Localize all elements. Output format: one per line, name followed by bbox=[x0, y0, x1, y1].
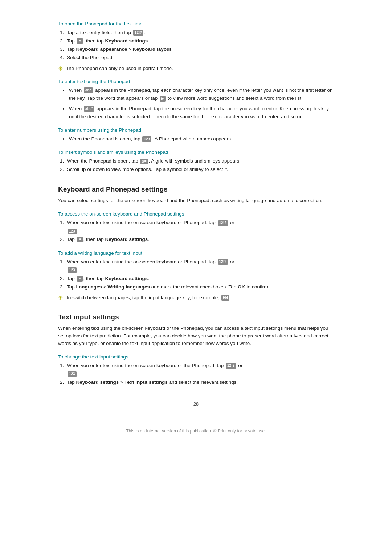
section-enter-text-phonepad: To enter text using the Phonepad When ab… bbox=[58, 79, 334, 121]
step-item: Tap ✕, then tap Keyboard settings. bbox=[65, 275, 334, 283]
step-item: When you enter text using the on-screen … bbox=[65, 219, 334, 235]
section-title-insert-symbols: To insert symbols and smileys using the … bbox=[58, 149, 334, 155]
badge-123b: 123 bbox=[68, 229, 77, 234]
heading-keyboard-phonepad: Keyboard and Phonepad settings bbox=[58, 182, 334, 193]
section-enter-numbers-phonepad: To enter numbers using the Phonepad When… bbox=[58, 127, 334, 143]
badge-123: 123 bbox=[142, 136, 151, 142]
step-item: Tap ✕, then tap Keyboard settings. bbox=[65, 235, 334, 244]
step-item: When you enter text using the on-screen … bbox=[65, 258, 334, 275]
list-enter-numbers: When the Phonepad is open, tap 123. A Ph… bbox=[68, 135, 334, 143]
section-title-add-language: To add a writing language for text input bbox=[58, 250, 334, 256]
badge-12b: 12!? bbox=[218, 220, 228, 226]
steps-insert-symbols: When the Phonepad is open, tap &=. A gri… bbox=[65, 157, 334, 174]
list-item: When abc* appears in the Phonepad, tap t… bbox=[68, 105, 334, 121]
tip-switch-language: ✳ To switch between languages, tap the i… bbox=[58, 294, 334, 301]
section-title-enter-numbers: To enter numbers using the Phonepad bbox=[58, 127, 334, 133]
badge-12c: 12!? bbox=[218, 259, 228, 265]
badge-xb: ✕ bbox=[77, 237, 83, 242]
step-item: When the Phonepad is open, tap &=. A gri… bbox=[65, 157, 334, 165]
page-number: 28 bbox=[58, 401, 334, 407]
step-item: Tap Languages > Writing languages and ma… bbox=[65, 283, 334, 291]
badge-abc2: abc* bbox=[84, 106, 94, 112]
section-change-text-input: To change the text input settings When y… bbox=[58, 354, 334, 387]
heading-text-input: Text input settings bbox=[58, 310, 334, 321]
badge-abc: abc bbox=[84, 87, 93, 93]
badge-123c: 123 bbox=[68, 267, 77, 273]
tip-icon-2: ✳ bbox=[58, 295, 63, 301]
section-title-access-keyboard: To access the on-screen keyboard and Pho… bbox=[58, 211, 334, 217]
section-title-open-phonepad: To open the Phonepad for the first time bbox=[58, 21, 334, 26]
tip-text-2: To switch between languages, tap the inp… bbox=[66, 294, 231, 301]
section-access-keyboard-settings: To access the on-screen keyboard and Pho… bbox=[58, 211, 334, 244]
page-footer: This is an Internet version of this publ… bbox=[58, 428, 334, 434]
list-item: When abc appears in the Phonepad, tap ea… bbox=[68, 86, 334, 103]
steps-add-language: When you enter text using the on-screen … bbox=[65, 258, 334, 291]
steps-change-text-input: When you enter text using the on-screen … bbox=[65, 362, 334, 387]
section-title-enter-text: To enter text using the Phonepad bbox=[58, 79, 334, 84]
badge-123d: 123 bbox=[68, 371, 77, 377]
text-input-intro-text: When entering text using the on-screen k… bbox=[58, 325, 334, 348]
keyboard-intro-text: You can select settings for the on-scree… bbox=[58, 197, 334, 205]
section-add-writing-language: To add a writing language for text input… bbox=[58, 250, 334, 301]
badge-arrow: ▶ bbox=[160, 96, 166, 102]
badge-x: ✕ bbox=[77, 38, 83, 44]
step-item: When you enter text using the on-screen … bbox=[65, 362, 334, 378]
step-item: Scroll up or down to view more options. … bbox=[65, 165, 334, 174]
tip-icon: ✳ bbox=[58, 65, 63, 72]
step-item: Select the Phonepad. bbox=[65, 54, 334, 62]
steps-access-keyboard: When you enter text using the on-screen … bbox=[65, 219, 334, 244]
section-insert-symbols-phonepad: To insert symbols and smileys using the … bbox=[58, 149, 334, 174]
badge-xc: ✕ bbox=[77, 276, 83, 282]
badge-smileys: &= bbox=[140, 159, 148, 164]
badge-en: EN bbox=[221, 295, 229, 301]
section-open-phonepad: To open the Phonepad for the first time … bbox=[58, 21, 334, 72]
step-item: Tap ✕, then tap Keyboard settings. bbox=[65, 37, 334, 45]
steps-open-phonepad: Tap a text entry field, then tap 12!?. T… bbox=[65, 29, 334, 62]
step-item: Tap Keyboard settings > Text input setti… bbox=[65, 378, 334, 387]
tip-portrait-mode: ✳ The Phonepad can only be used in portr… bbox=[58, 65, 334, 72]
step-item: Tap a text entry field, then tap 12!?. bbox=[65, 29, 334, 37]
badge-12: 12!? bbox=[133, 30, 144, 36]
tip-text: The Phonepad can only be used in portrai… bbox=[66, 65, 173, 72]
step-item: Tap Keyboard appearance > Keyboard layou… bbox=[65, 45, 334, 54]
list-enter-text: When abc appears in the Phonepad, tap ea… bbox=[68, 86, 334, 121]
list-item: When the Phonepad is open, tap 123. A Ph… bbox=[68, 135, 334, 143]
badge-12d: 12!? bbox=[226, 363, 236, 369]
section-title-change-text-input: To change the text input settings bbox=[58, 354, 334, 360]
